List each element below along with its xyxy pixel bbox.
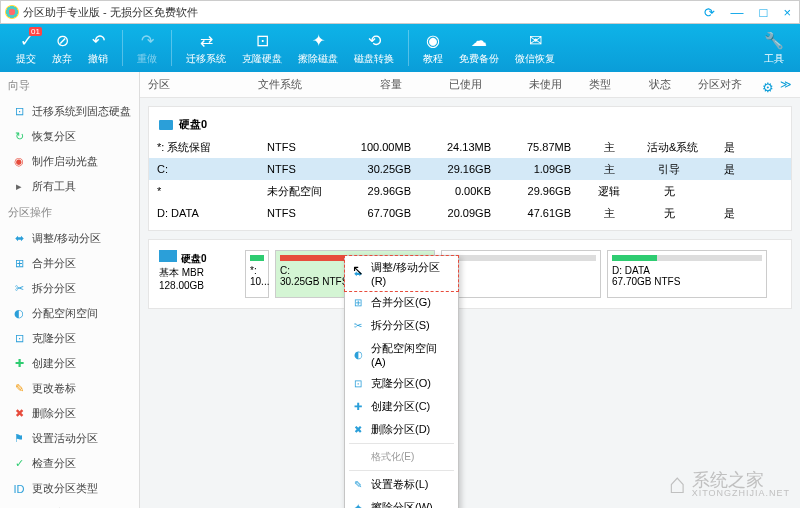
menu-item[interactable]: ✎设置卷标(L) [345, 473, 458, 496]
col-used[interactable]: 已使用 [410, 77, 490, 92]
disk-title[interactable]: 硬盘0 [149, 113, 791, 136]
menu-item[interactable]: ⊞合并分区(G) [345, 291, 458, 314]
sidebar-icon: ✎ [12, 382, 26, 396]
backup-button[interactable]: ☁免费备份 [451, 29, 507, 68]
sidebar-icon: ⚑ [12, 432, 26, 446]
table-header: 分区 文件系统 容量 已使用 未使用 类型 状态 分区对齐 ≫ [140, 72, 800, 98]
menu-item[interactable]: ✦擦除分区(W) [345, 496, 458, 508]
sidebar-item[interactable]: ◐分配空闲空间 [0, 301, 139, 326]
col-free[interactable]: 未使用 [490, 77, 570, 92]
menu-icon: ⬌ [351, 268, 365, 279]
sidebar-item[interactable]: ⬌调整/移动分区 [0, 226, 139, 251]
col-type[interactable]: 类型 [570, 77, 630, 92]
tutorial-button[interactable]: ◉教程 [415, 29, 451, 68]
menu-item[interactable]: ✂拆分分区(S) [345, 314, 458, 337]
watermark: ⌂ 系统之家 XITONGZHIJIA.NET [669, 468, 790, 500]
sidebar-item-label: 迁移系统到固态硬盘 [32, 104, 131, 119]
sidebar-item-label: 调整/移动分区 [32, 231, 101, 246]
sidebar: 向导 ⊡迁移系统到固态硬盘↻恢复分区◉制作启动光盘▸所有工具 分区操作 ⬌调整/… [0, 72, 140, 508]
partition-block-system[interactable]: *: 10... [245, 250, 269, 298]
sidebar-item[interactable]: ✎更改卷标 [0, 376, 139, 401]
sidebar-item[interactable]: ID更改分区类型 [0, 476, 139, 501]
undo-icon: ↶ [88, 31, 108, 51]
table-row[interactable]: C:NTFS30.25GB29.16GB1.09GB主引导是 [149, 158, 791, 180]
menu-item[interactable]: ◐分配空闲空间(A) [345, 337, 458, 372]
menu-item[interactable]: ⊡克隆分区(O) [345, 372, 458, 395]
minimize-icon[interactable]: — [727, 5, 748, 20]
disk-icon [159, 120, 173, 130]
disk-info[interactable]: 硬盘0 基本 MBR 128.00GB [159, 250, 239, 298]
app-title: 分区助手专业版 - 无损分区免费软件 [23, 5, 700, 20]
sidebar-icon: ↻ [12, 130, 26, 144]
sidebar-item-label: 合并分区 [32, 256, 76, 271]
sidebar-item[interactable]: ◉制作启动光盘 [0, 149, 139, 174]
menu-icon: ✂ [351, 320, 365, 331]
redo-icon: ↷ [137, 31, 157, 51]
sidebar-item-label: 更改分区类型 [32, 481, 98, 496]
convert-button[interactable]: ⟲磁盘转换 [346, 29, 402, 68]
commit-badge: 01 [29, 27, 42, 36]
menu-icon: ⊡ [351, 378, 365, 389]
sidebar-item[interactable]: ✂拆分分区 [0, 276, 139, 301]
menu-item[interactable]: ⬌调整/移动分区(R) [344, 255, 459, 292]
sidebar-item[interactable]: ⊞合并分区 [0, 251, 139, 276]
tools-button[interactable]: 🔧工具 [756, 29, 792, 68]
menu-label: 合并分区(G) [371, 295, 431, 310]
sidebar-icon: ◐ [12, 307, 26, 321]
commit-button[interactable]: ✓ 01 提交 [8, 29, 44, 68]
col-filesystem[interactable]: 文件系统 [250, 77, 330, 92]
menu-icon: ⊞ [351, 297, 365, 308]
discard-button[interactable]: ⊘放弃 [44, 29, 80, 68]
menu-icon: ✎ [351, 479, 365, 490]
titlebar: 分区助手专业版 - 无损分区免费软件 ⟳ — □ × [0, 0, 800, 24]
migrate-button[interactable]: ⇄迁移系统 [178, 29, 234, 68]
partition-block-d[interactable]: D: DATA 67.70GB NTFS [607, 250, 767, 298]
sidebar-item[interactable]: ✚创建分区 [0, 351, 139, 376]
table-row[interactable]: *未分配空间29.96GB0.00KB29.96GB逻辑无 [149, 180, 791, 202]
maximize-icon[interactable]: □ [756, 5, 772, 20]
wrench-icon: 🔧 [764, 31, 784, 51]
refresh-icon[interactable]: ⟳ [700, 5, 719, 20]
wipe-button[interactable]: ✦擦除磁盘 [290, 29, 346, 68]
col-align[interactable]: 分区对齐 [690, 77, 750, 92]
sidebar-item-label: 制作启动光盘 [32, 154, 98, 169]
sidebar-item[interactable]: ✖删除分区 [0, 401, 139, 426]
sidebar-icon: ⊞ [12, 257, 26, 271]
clone-icon: ⊡ [252, 31, 272, 51]
partition-block-unallocated[interactable]: *: x [441, 250, 601, 298]
redo-button[interactable]: ↷重做 [129, 29, 165, 68]
sidebar-item[interactable]: ▸所有工具 [0, 174, 139, 199]
menu-label: 删除分区(D) [371, 422, 430, 437]
sidebar-item[interactable]: ⚑设置活动分区 [0, 426, 139, 451]
col-status[interactable]: 状态 [630, 77, 690, 92]
menu-item[interactable]: ✖删除分区(D) [345, 418, 458, 441]
window-controls: ⟳ — □ × [700, 5, 795, 20]
sidebar-icon: ⊡ [12, 105, 26, 119]
undo-button[interactable]: ↶撤销 [80, 29, 116, 68]
clone-button[interactable]: ⊡克隆硬盘 [234, 29, 290, 68]
menu-label: 创建分区(C) [371, 399, 430, 414]
table-row[interactable]: *: 系统保留NTFS100.00MB24.13MB75.87MB主活动&系统是 [149, 136, 791, 158]
menu-label: 克隆分区(O) [371, 376, 431, 391]
menu-icon: ✦ [351, 502, 365, 508]
settings-icon[interactable]: ⚙ [750, 76, 786, 99]
disk-section: 硬盘0 *: 系统保留NTFS100.00MB24.13MB75.87MB主活动… [148, 106, 792, 231]
col-partition[interactable]: 分区 [140, 77, 250, 92]
sidebar-item[interactable]: ↻恢复分区 [0, 124, 139, 149]
table-row[interactable]: D: DATANTFS67.70GB20.09GB47.61GB主无是 [149, 202, 791, 224]
sidebar-item[interactable]: ⊡克隆分区 [0, 326, 139, 351]
wechat-button[interactable]: ✉微信恢复 [507, 29, 563, 68]
app-icon [5, 5, 19, 19]
sidebar-item-label: 删除分区 [32, 406, 76, 421]
menu-icon: ◐ [351, 349, 365, 360]
sidebar-item[interactable]: #更改序列号 [0, 501, 139, 508]
sidebar-icon: ✂ [12, 282, 26, 296]
sidebar-item[interactable]: ✓检查分区 [0, 451, 139, 476]
menu-item[interactable]: ✚创建分区(C) [345, 395, 458, 418]
sidebar-item[interactable]: ⊡迁移系统到固态硬盘 [0, 99, 139, 124]
sidebar-item-label: 所有工具 [32, 179, 76, 194]
sidebar-item-label: 恢复分区 [32, 129, 76, 144]
col-capacity[interactable]: 容量 [330, 77, 410, 92]
sidebar-item-label: 设置活动分区 [32, 431, 98, 446]
close-icon[interactable]: × [779, 5, 795, 20]
